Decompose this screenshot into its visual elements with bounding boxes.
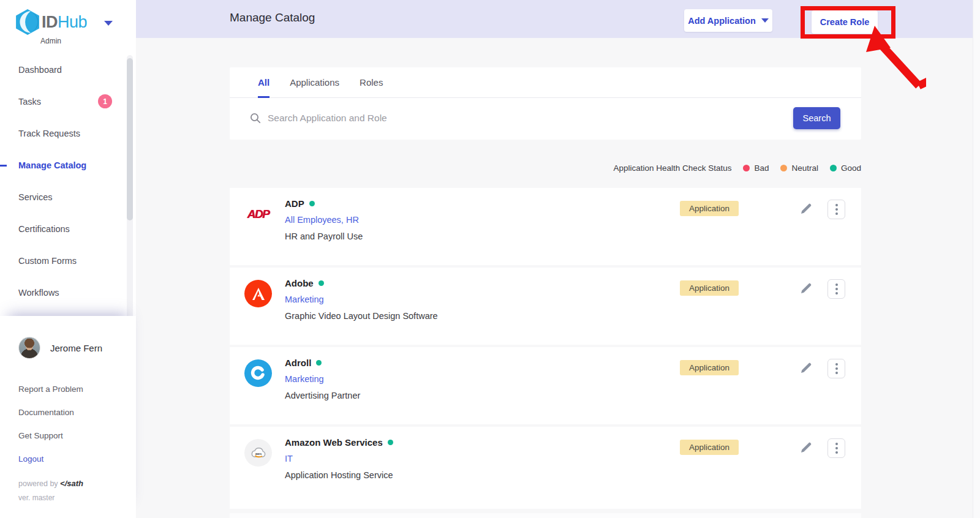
application-description: Graphic Video Layout Design Software <box>285 311 438 321</box>
sidebar: IDHub Admin Dashboard Tasks 1 Track Requ… <box>0 0 136 518</box>
application-roles-link[interactable]: All Employees, HR <box>285 215 359 225</box>
catalog-row-adp: ADP ADP All Employees, HR HR and Payroll… <box>230 188 861 265</box>
user-profile[interactable]: Jerome Fern <box>18 337 102 359</box>
type-badge: Application <box>680 440 739 455</box>
edit-button[interactable] <box>798 281 814 297</box>
legend-item-neutral: Neutral <box>780 163 818 173</box>
sidebar-item-manage-catalog[interactable]: Manage Catalog <box>0 149 136 181</box>
idhub-hexagon-icon <box>15 9 40 36</box>
search-button[interactable]: Search <box>793 107 840 129</box>
report-a-problem-link[interactable]: Report a Problem <box>18 377 83 400</box>
application-description: Application Hosting Service <box>285 470 393 480</box>
catalog-filter-card: All Applications Roles Search <box>230 67 861 140</box>
adroll-logo <box>244 359 272 387</box>
sath-logo: </sath <box>60 479 83 488</box>
avatar <box>18 337 40 359</box>
adp-logo: ADP <box>244 200 272 228</box>
sidebar-item-track-requests[interactable]: Track Requests <box>0 118 136 149</box>
good-status-dot-icon <box>830 165 837 171</box>
pencil-icon <box>799 202 813 216</box>
tab-all[interactable]: All <box>258 67 270 98</box>
active-item-indicator <box>0 165 7 167</box>
application-name: Adroll <box>285 358 322 368</box>
row-menu-button[interactable] <box>827 279 845 299</box>
logout-link[interactable]: Logout <box>18 447 83 470</box>
legend-item-good: Good <box>830 163 861 173</box>
row-menu-button[interactable] <box>827 200 845 219</box>
kebab-icon <box>835 363 838 366</box>
sidebar-footer-links: Report a Problem Documentation Get Suppo… <box>18 377 83 470</box>
application-description: Advertising Partner <box>285 391 360 400</box>
brand-wordmark: IDHub <box>42 13 87 32</box>
pencil-icon <box>799 282 813 295</box>
bad-status-dot-icon <box>743 165 750 171</box>
chevron-down-icon <box>761 18 769 23</box>
health-status-dot-icon <box>316 360 322 366</box>
legend-item-bad: Bad <box>743 163 769 173</box>
sidebar-item-services[interactable]: Services <box>0 181 136 213</box>
health-status-dot-icon <box>318 280 324 286</box>
catalog-row-aws: aws Amazon Web Services IT Application H… <box>230 427 861 509</box>
pencil-icon <box>799 441 813 454</box>
kebab-icon <box>835 283 838 286</box>
brand-dropdown-caret-icon[interactable] <box>104 21 113 26</box>
application-description: HR and Payroll Use <box>285 231 363 241</box>
health-status-dot-icon <box>309 201 315 206</box>
kebab-icon <box>835 204 838 206</box>
sidebar-item-dashboard[interactable]: Dashboard <box>0 54 136 86</box>
neutral-status-dot-icon <box>780 165 787 171</box>
search-input[interactable] <box>268 105 733 131</box>
aws-logo: aws <box>244 439 272 467</box>
main-area: Manage Catalog Add Application Create Ro… <box>136 0 980 518</box>
row-menu-button[interactable] <box>827 438 845 458</box>
kebab-icon <box>835 443 838 445</box>
search-row: Search <box>230 98 861 139</box>
sidebar-item-tasks[interactable]: Tasks 1 <box>0 86 136 118</box>
type-badge: Application <box>680 360 739 375</box>
create-role-button[interactable]: Create Role <box>812 10 878 34</box>
documentation-link[interactable]: Documentation <box>18 400 83 424</box>
search-icon <box>250 113 261 124</box>
brand-subtitle: Admin <box>40 37 131 45</box>
application-name: Amazon Web Services <box>285 437 393 448</box>
sidebar-scrollbar-thumb[interactable] <box>127 58 133 220</box>
tab-roles[interactable]: Roles <box>360 67 383 98</box>
application-name: ADP <box>285 198 315 209</box>
application-roles-link[interactable]: IT <box>285 454 293 464</box>
type-badge: Application <box>680 201 739 216</box>
edit-button[interactable] <box>798 201 814 217</box>
edit-button[interactable] <box>798 440 814 456</box>
tab-applications[interactable]: Applications <box>290 67 339 98</box>
row-menu-button[interactable] <box>827 359 845 378</box>
type-badge: Application <box>680 280 739 296</box>
powered-by: powered by </sath <box>18 479 83 488</box>
legend-title: Application Health Check Status <box>614 163 732 173</box>
catalog-row-adroll: Adroll Marketing Advertising Partner App… <box>230 347 861 424</box>
application-roles-link[interactable]: Marketing <box>285 295 324 304</box>
application-roles-link[interactable]: Marketing <box>285 374 324 384</box>
page-scrollbar-track[interactable] <box>973 0 980 518</box>
tasks-count-badge: 1 <box>98 94 112 108</box>
next-row-partial <box>230 513 861 518</box>
health-status-dot-icon <box>388 440 393 445</box>
sidebar-footer: Jerome Fern Report a Problem Documentati… <box>0 316 136 518</box>
health-legend: Application Health Check Status Bad Neut… <box>614 163 861 173</box>
sidebar-item-workflows[interactable]: Workflows <box>0 277 136 309</box>
content-area: All Applications Roles Search Applicatio… <box>136 38 980 518</box>
svg-text:aws: aws <box>255 451 261 455</box>
user-name: Jerome Fern <box>50 343 102 353</box>
catalog-row-adobe: Adobe Marketing Graphic Video Layout Des… <box>230 268 861 345</box>
get-support-link[interactable]: Get Support <box>18 424 83 447</box>
sidebar-nav: Dashboard Tasks 1 Track Requests Manage … <box>0 54 136 309</box>
top-header-bar: Manage Catalog Add Application Create Ro… <box>136 0 980 38</box>
application-name: Adobe <box>285 278 324 288</box>
page-title: Manage Catalog <box>230 11 315 24</box>
sidebar-item-custom-forms[interactable]: Custom Forms <box>0 245 136 277</box>
add-application-button[interactable]: Add Application <box>684 9 772 32</box>
sidebar-item-certifications[interactable]: Certifications <box>0 213 136 245</box>
catalog-tabs: All Applications Roles <box>230 67 861 98</box>
edit-button[interactable] <box>798 361 814 377</box>
version-label: ver. master <box>18 494 55 502</box>
brand-logo-block: IDHub Admin <box>15 9 131 45</box>
pencil-icon <box>799 361 813 375</box>
